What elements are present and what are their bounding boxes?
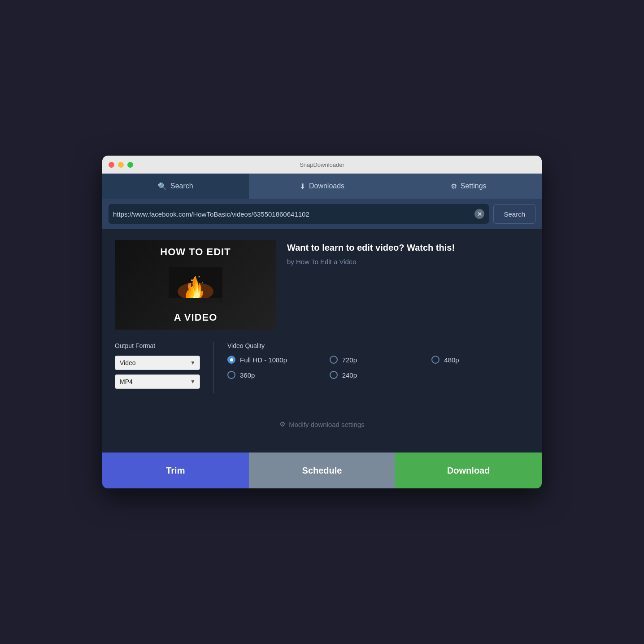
quality-label-720p: 720p xyxy=(342,356,357,364)
radio-240p xyxy=(330,371,338,379)
download-button[interactable]: Download xyxy=(395,453,542,488)
titlebar: SnapDownloader xyxy=(102,156,542,174)
search-button[interactable]: Search xyxy=(493,204,535,224)
video-title: Want to learn to edit video? Watch this! xyxy=(287,242,455,253)
tab-settings-label: Settings xyxy=(461,182,487,190)
radio-480p xyxy=(431,356,439,364)
format-select[interactable]: MP4 MKV AVI MOV MP3 M4A xyxy=(115,374,200,389)
quality-option-1080p[interactable]: Full HD - 1080p xyxy=(227,356,325,364)
url-input-wrapper: ✕ xyxy=(109,204,489,224)
svg-point-3 xyxy=(199,276,200,278)
quality-option-480p[interactable]: 480p xyxy=(431,356,529,364)
radio-1080p xyxy=(227,356,235,364)
quality-options: Full HD - 1080p 720p 480p 360p xyxy=(227,356,529,379)
modify-settings[interactable]: ⚙ Modify download settings xyxy=(115,402,529,442)
maximize-button[interactable] xyxy=(127,162,133,168)
quality-label-360p: 360p xyxy=(240,371,255,379)
video-quality-label: Video Quality xyxy=(227,342,529,349)
svg-point-5 xyxy=(188,283,190,285)
tab-downloads-label: Downloads xyxy=(309,182,344,190)
gear-icon: ⚙ xyxy=(451,182,457,191)
settings-section: Output Format Video Audio ▼ MP4 MKV AVI … xyxy=(115,342,529,393)
url-input[interactable] xyxy=(113,210,474,218)
close-button[interactable] xyxy=(109,162,114,168)
search-icon: 🔍 xyxy=(158,182,167,191)
window-title: SnapDownloader xyxy=(300,161,344,168)
app-window: SnapDownloader 🔍 Search ⬇ Downloads ⚙ Se… xyxy=(102,156,542,488)
tab-search-label: Search xyxy=(170,182,193,190)
schedule-button[interactable]: Schedule xyxy=(249,453,396,488)
quality-option-720p[interactable]: 720p xyxy=(330,356,427,364)
nav-tabs: 🔍 Search ⬇ Downloads ⚙ Settings xyxy=(102,174,542,199)
output-format: Output Format Video Audio ▼ MP4 MKV AVI … xyxy=(115,342,213,393)
bottom-buttons: Trim Schedule Download xyxy=(102,453,542,488)
output-format-label: Output Format xyxy=(115,342,200,349)
quality-label-1080p: Full HD - 1080p xyxy=(240,356,287,364)
modify-settings-label: Modify download settings xyxy=(289,421,364,428)
quality-option-240p[interactable]: 240p xyxy=(330,371,427,379)
video-meta: Want to learn to edit video? Watch this!… xyxy=(287,240,455,330)
gear-settings-icon: ⚙ xyxy=(279,420,285,428)
svg-point-4 xyxy=(202,282,203,283)
svg-rect-6 xyxy=(169,298,222,303)
download-icon: ⬇ xyxy=(300,182,305,191)
quality-label-480p: 480p xyxy=(444,356,459,364)
radio-360p xyxy=(227,371,235,379)
radio-720p xyxy=(330,356,338,364)
quality-option-360p[interactable]: 360p xyxy=(227,371,325,379)
url-clear-button[interactable]: ✕ xyxy=(474,209,484,219)
type-select-wrapper: Video Audio ▼ xyxy=(115,356,200,370)
video-quality: Video Quality Full HD - 1080p 720p 480p xyxy=(213,342,529,393)
video-channel: by How To Edit a Video xyxy=(287,258,455,265)
thumbnail-bottom-text: A VIDEO xyxy=(174,312,218,323)
tab-search[interactable]: 🔍 Search xyxy=(102,174,249,199)
thumbnail-fire xyxy=(169,267,222,303)
video-thumbnail: HOW TO EDIT xyxy=(115,240,276,330)
window-controls xyxy=(109,162,133,168)
quality-label-240p: 240p xyxy=(342,371,357,379)
format-select-wrapper: MP4 MKV AVI MOV MP3 M4A ▼ xyxy=(115,374,200,389)
tab-settings[interactable]: ⚙ Settings xyxy=(395,174,542,199)
type-select[interactable]: Video Audio xyxy=(115,356,200,370)
trim-button[interactable]: Trim xyxy=(102,453,249,488)
main-content: HOW TO EDIT xyxy=(102,229,542,453)
thumbnail-top-text: HOW TO EDIT xyxy=(160,246,231,258)
video-info-row: HOW TO EDIT xyxy=(115,240,529,330)
url-bar: ✕ Search xyxy=(102,199,542,229)
svg-point-2 xyxy=(191,279,193,281)
tab-downloads[interactable]: ⬇ Downloads xyxy=(249,174,396,199)
minimize-button[interactable] xyxy=(118,162,124,168)
